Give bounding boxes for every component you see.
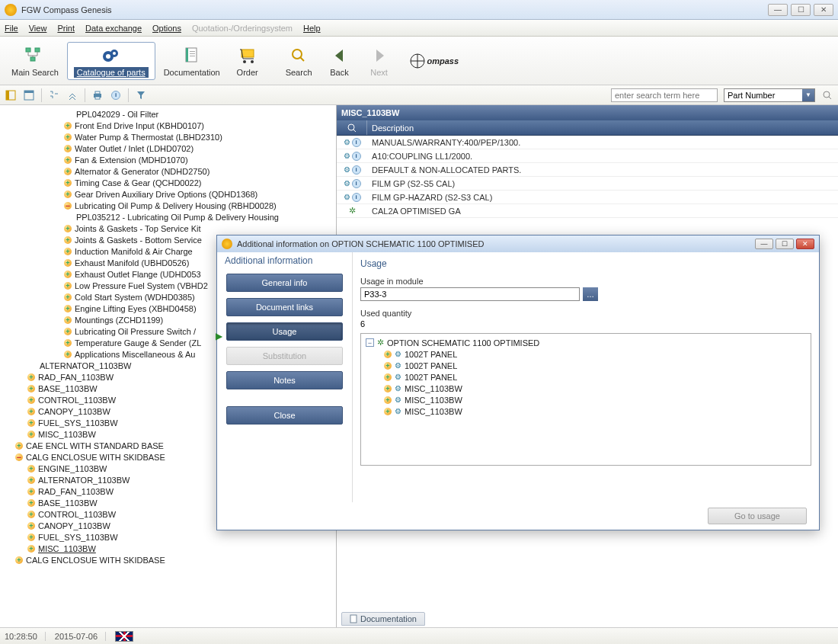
go-to-usage-button[interactable]: Go to usage: [708, 508, 807, 524]
menu-options[interactable]: Options: [152, 24, 181, 33]
expand-icon[interactable]: [64, 179, 72, 187]
dialog-maximize-button[interactable]: ☐: [776, 239, 794, 249]
collapse-icon[interactable]: −: [64, 202, 72, 210]
table-row[interactable]: ✲CAL2A OPTIMISED GA: [337, 204, 838, 218]
dialog-close-button[interactable]: ✕: [796, 239, 814, 249]
expand-icon[interactable]: [64, 259, 72, 267]
expand-icon[interactable]: [27, 465, 35, 473]
usage-child[interactable]: ⚙MISC_1103BW: [364, 405, 808, 417]
tree-item[interactable]: Gear Driven Auxiliary Drive Options (QDH…: [0, 188, 336, 200]
usage-tree[interactable]: − ✲ OPTION SCHEMATIC 1100 OPTIMISED ⚙100…: [360, 333, 811, 466]
flag-uk-icon[interactable]: [115, 631, 133, 642]
expand-icon[interactable]: [15, 556, 23, 564]
expander-icon[interactable]: −: [366, 338, 374, 347]
expand-icon[interactable]: [27, 385, 35, 392]
usage-child[interactable]: ⚙MISC_1103BW: [364, 394, 808, 405]
notes-button[interactable]: Notes: [226, 371, 343, 389]
maximize-button[interactable]: ☐: [791, 4, 811, 16]
tree-item[interactable]: PPL042029 - Oil Filter: [0, 108, 336, 120]
expand-icon[interactable]: [64, 328, 72, 335]
menu-file[interactable]: File: [5, 24, 18, 33]
module-input[interactable]: [360, 287, 580, 301]
main-search-button[interactable]: Main Search: [5, 43, 66, 79]
expand-icon[interactable]: [27, 408, 35, 415]
expand-icon[interactable]: [64, 351, 72, 358]
info-icon[interactable]: i: [110, 89, 122, 101]
documentation-tab[interactable]: Documentation: [341, 612, 425, 626]
expand-icon[interactable]: [384, 362, 392, 370]
expand-icon[interactable]: [64, 305, 72, 312]
expand-icon[interactable]: [384, 351, 392, 358]
tree-item[interactable]: CALG ENCLOSUE WITH SKIDBASE: [0, 554, 336, 566]
expand-icon[interactable]: [64, 122, 72, 130]
menu-data-exchange[interactable]: Data exchange: [85, 24, 142, 33]
documentation-button[interactable]: Documentation: [157, 43, 227, 79]
expand-icon[interactable]: [64, 133, 72, 141]
tree-item[interactable]: PPL035212 - Lubricating Oil Pump & Deliv…: [0, 211, 336, 223]
search-type-combo[interactable]: Part Number ▼: [724, 88, 815, 102]
table-row[interactable]: ⚙iA10:COUPLING LL1/2000.: [337, 149, 838, 163]
tree-item[interactable]: Alternator & Generator (NDHD2750): [0, 165, 336, 177]
menu-print[interactable]: Print: [57, 24, 75, 33]
order-button[interactable]: Order: [229, 43, 267, 79]
menu-view[interactable]: View: [29, 24, 47, 33]
search-button[interactable]: Search: [279, 43, 319, 79]
table-row[interactable]: ⚙iMANUALS/WARRANTY:400/PEP/1300.: [337, 136, 838, 149]
tree-item[interactable]: Timing Case & Gear (QCHD0022): [0, 177, 336, 188]
expand-icon[interactable]: [27, 511, 35, 518]
tree-branch-icon[interactable]: [48, 89, 60, 101]
tree-item[interactable]: Fan & Extension (MDHD1070): [0, 154, 336, 165]
expand-icon[interactable]: [64, 316, 72, 324]
expand-icon[interactable]: [27, 373, 35, 381]
expand-icon[interactable]: [27, 488, 35, 495]
filter-icon[interactable]: [135, 89, 147, 101]
expand-icon[interactable]: [27, 499, 35, 507]
expand-icon[interactable]: [384, 385, 392, 392]
expand-icon[interactable]: [64, 248, 72, 255]
usage-root[interactable]: − ✲ OPTION SCHEMATIC 1100 OPTIMISED: [364, 337, 808, 348]
usage-child[interactable]: ⚙MISC_1103BW: [364, 383, 808, 394]
search-input[interactable]: [611, 88, 718, 102]
expand-icon[interactable]: [27, 396, 35, 404]
tree-item[interactable]: Joints & Gaskets - Top Service Kit: [0, 223, 336, 234]
table-row[interactable]: ⚙iFILM GP-HAZARD (S2-S3 CAL): [337, 191, 838, 204]
expand-icon[interactable]: [64, 282, 72, 290]
collapse-up-icon[interactable]: [66, 89, 78, 101]
expand-icon[interactable]: [64, 168, 72, 175]
expand-icon[interactable]: [64, 339, 72, 347]
catalogue-button[interactable]: Catalogue of parts: [67, 42, 155, 80]
tree-item[interactable]: MISC_1103BW: [0, 543, 336, 554]
dialog-minimize-button[interactable]: —: [755, 239, 773, 249]
expand-icon[interactable]: [27, 419, 35, 427]
expand-icon[interactable]: [64, 145, 72, 152]
general-info-button[interactable]: General info: [226, 274, 343, 292]
expand-icon[interactable]: [64, 191, 72, 198]
header-icon-cell[interactable]: [337, 120, 367, 135]
close-button[interactable]: Close: [226, 406, 343, 425]
close-button[interactable]: ✕: [814, 4, 833, 16]
expand-icon[interactable]: [27, 545, 35, 553]
expand-icon[interactable]: [27, 533, 35, 541]
expand-icon[interactable]: [27, 522, 35, 530]
expand-icon[interactable]: [64, 156, 72, 164]
tree-item[interactable]: FUEL_SYS_1103BW: [0, 531, 336, 543]
minimize-button[interactable]: —: [768, 4, 788, 16]
search-go-icon[interactable]: [821, 89, 833, 101]
table-row[interactable]: ⚙iDEFAULT & NON-ALLOCATED PARTS.: [337, 163, 838, 177]
document-links-button[interactable]: Document links: [226, 298, 343, 316]
tree-item[interactable]: Water Outlet / Inlet (LDHD0702): [0, 143, 336, 154]
panel-left-icon[interactable]: [5, 89, 17, 101]
expand-icon[interactable]: [64, 293, 72, 301]
expand-icon[interactable]: [384, 408, 392, 415]
expand-icon[interactable]: [64, 225, 72, 232]
usage-child[interactable]: ⚙1002T PANEL: [364, 371, 808, 383]
collapse-icon[interactable]: −: [15, 453, 23, 461]
print-icon[interactable]: [91, 89, 104, 101]
usage-child[interactable]: ⚙1002T PANEL: [364, 348, 808, 360]
browse-button[interactable]: …: [583, 287, 598, 301]
menu-help[interactable]: Help: [303, 24, 321, 33]
expand-icon[interactable]: [64, 271, 72, 278]
back-button[interactable]: Back: [321, 43, 359, 79]
expand-icon[interactable]: [27, 476, 35, 484]
tree-item[interactable]: −Lubricating Oil Pump & Delivery Housing…: [0, 200, 336, 211]
